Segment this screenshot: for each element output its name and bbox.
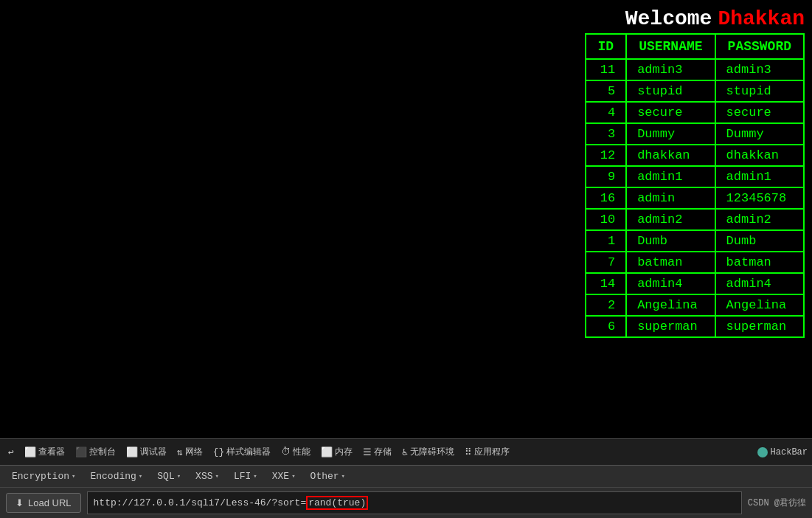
main-content: Welcome Dhakkan ID USERNAME PASSWORD 11a… [0,0,812,438]
cell-id: 16 [586,187,627,209]
encoding-caret-icon: ▾ [139,472,142,480]
devtool-network-label: 网络 [185,446,203,458]
devtool-style-editor[interactable]: {} 样式编辑器 [209,444,275,460]
url-highlighted-text: rand(true) [306,496,368,510]
load-url-button[interactable]: ⬇ Load URL [6,493,81,513]
devtool-performance[interactable]: ⏱ 性能 [277,444,314,460]
table-row: 2AngelinaAngelina [586,294,804,316]
encryption-caret-icon: ▾ [72,472,75,480]
table-row: 7batmanbatman [586,252,804,273]
devtool-network[interactable]: ⇅ 网络 [173,444,207,460]
hackbar-url-row: ⬇ Load URL http://127.0.0.1/sqli7/Less-4… [0,488,812,518]
devtool-debugger-label: 调试器 [140,446,167,458]
cell-id: 14 [586,273,627,294]
cell-id: 5 [586,80,627,102]
table-row: 1DumbDumb [586,230,804,252]
welcome-name: Dhakkan [718,7,805,30]
table-row: 10admin2admin2 [586,209,804,230]
col-password: PASSWORD [715,34,804,59]
menu-lfi[interactable]: LFI ▾ [228,469,263,484]
devtool-back[interactable]: ↩ [4,445,18,460]
menu-xss[interactable]: XSS ▾ [190,469,225,484]
cell-password: admin4 [715,273,804,294]
cell-password: dhakkan [715,145,804,166]
table-row: 6supermansuperman [586,316,804,337]
cell-id: 3 [586,123,627,145]
lfi-caret-icon: ▾ [253,472,257,480]
devtool-application-label: 应用程序 [474,446,510,458]
cell-username: admin1 [626,166,715,187]
table-row: 5stupidstupid [586,80,804,102]
table-row: 14admin4admin4 [586,273,804,294]
devtool-hackbar[interactable]: HackBar [757,447,808,457]
table-row: 16admin12345678 [586,187,804,209]
encryption-label: Encryption [12,471,69,482]
cell-username: admin4 [626,273,715,294]
welcome-text: Welcome [625,7,712,30]
performance-icon: ⏱ [281,446,291,457]
devtool-inspector-label: 查看器 [38,446,65,458]
cell-username: Dummy [626,123,715,145]
encoding-label: Encoding [90,471,136,482]
cell-username: Dumb [626,230,715,252]
devtool-inspector[interactable]: ⬜ 查看器 [21,444,69,460]
storage-icon: ☰ [363,446,372,458]
menu-encoding[interactable]: Encoding ▾ [84,469,148,484]
data-table-wrapper: ID USERNAME PASSWORD 11admin3admin35stup… [585,33,805,338]
table-header-row: ID USERNAME PASSWORD [586,34,804,59]
table-row: 12dhakkandhakkan [586,145,804,166]
other-label: Other [310,471,339,482]
devtool-memory-label: 内存 [335,446,353,458]
table-row: 4securesecure [586,102,804,123]
cell-id: 11 [586,59,627,80]
cell-username: batman [626,252,715,273]
xss-label: XSS [195,471,212,482]
devtool-performance-label: 性能 [293,446,310,458]
devtool-console[interactable]: ⬛ 控制台 [72,444,119,460]
sql-caret-icon: ▾ [177,472,181,480]
menu-xxe[interactable]: XXE ▾ [266,469,302,484]
devtool-accessibility[interactable]: ♿ 无障碍环境 [398,444,458,460]
url-display[interactable]: http://127.0.0.1/sqli7/Less-46/?sort=ran… [87,491,742,514]
cell-username: stupid [626,80,715,102]
cell-id: 10 [586,209,627,230]
devtool-application[interactable]: ⠿ 应用程序 [461,444,513,460]
cell-password: Angelina [715,294,804,316]
devtool-accessibility-label: 无障碍环境 [410,446,454,458]
menu-other[interactable]: Other ▾ [305,469,351,484]
url-prefix-text: http://127.0.0.1/sqli7/Less-46/?sort= [94,497,307,508]
debugger-icon: ⬜ [126,446,138,458]
menu-encryption[interactable]: Encryption ▾ [6,469,81,484]
cell-username: Angelina [626,294,715,316]
table-row: 3DummyDummy [586,123,804,145]
style-editor-icon: {} [213,446,225,457]
devtool-memory[interactable]: ⬜ 内存 [317,444,356,460]
menu-sql[interactable]: SQL ▾ [151,469,187,484]
memory-icon: ⬜ [321,446,333,458]
inspector-icon: ⬜ [24,446,36,458]
application-icon: ⠿ [465,446,472,458]
devtool-console-label: 控制台 [89,446,116,458]
cell-password: batman [715,252,804,273]
url-display-wrapper: http://127.0.0.1/sqli7/Less-46/?sort=ran… [87,491,742,514]
cell-password: admin3 [715,59,804,80]
cell-username: admin [626,187,715,209]
cell-username: superman [626,316,715,337]
hackbar-menu: Encryption ▾ Encoding ▾ SQL ▾ XSS ▾ LFI … [0,466,812,488]
load-icon: ⬇ [15,497,24,508]
col-username: USERNAME [626,34,715,59]
cell-username: admin2 [626,209,715,230]
devtool-storage[interactable]: ☰ 存储 [359,444,395,460]
url-credit: CSDN @君彷徨 [748,497,806,509]
back-icon: ↩ [8,446,14,458]
hackbar-label: HackBar [771,447,808,457]
table-body: 11admin3admin35stupidstupid4securesecure… [586,59,804,337]
lfi-label: LFI [234,471,251,482]
hackbar-dot-icon [757,447,768,457]
devtool-debugger[interactable]: ⬜ 调试器 [122,444,170,460]
cell-password: secure [715,102,804,123]
cell-id: 6 [586,316,627,337]
cell-password: stupid [715,80,804,102]
cell-password: admin1 [715,166,804,187]
data-table: ID USERNAME PASSWORD 11admin3admin35stup… [585,33,805,338]
